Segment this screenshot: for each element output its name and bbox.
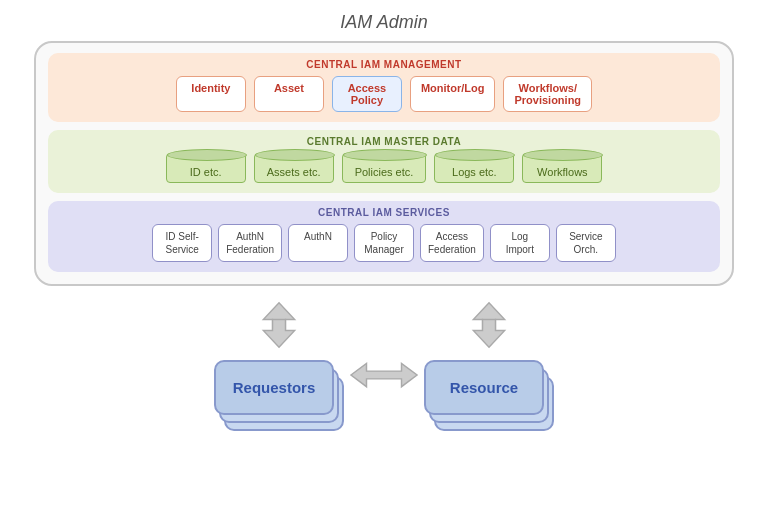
- service-authn: AuthN: [288, 224, 348, 262]
- service-access-fed: AccessFederation: [420, 224, 484, 262]
- mgmt-box-identity: Identity: [176, 76, 246, 112]
- service-policy-mgr: PolicyManager: [354, 224, 414, 262]
- mgmt-section: CENTRAL IAM MANAGEMENT Identity Asset Ac…: [48, 53, 720, 122]
- master-boxes: ID etc. Assets etc. Policies etc. Logs e…: [58, 153, 710, 183]
- master-box-policies: Policies etc.: [342, 153, 427, 183]
- services-section: CENTRAL IAM SERVICES ID Self-Service Aut…: [48, 201, 720, 272]
- middle-arrow: [344, 359, 424, 391]
- master-box-id: ID etc.: [166, 153, 246, 183]
- requestors-group: Requestors: [214, 300, 344, 431]
- master-box-workflows: Workflows: [522, 153, 602, 183]
- mgmt-boxes: Identity Asset AccessPolicy Monitor/Log …: [58, 76, 710, 112]
- mgmt-box-asset: Asset: [254, 76, 324, 112]
- svg-marker-1: [263, 319, 294, 347]
- master-label: CENTRAL IAM MASTER DATA: [58, 136, 710, 147]
- requestors-arrow: [259, 300, 299, 350]
- mgmt-box-access-policy: AccessPolicy: [332, 76, 402, 112]
- iam-container: CENTRAL IAM MANAGEMENT Identity Asset Ac…: [34, 41, 734, 286]
- svg-marker-2: [351, 363, 417, 386]
- resource-arrow: [469, 300, 509, 350]
- master-section: CENTRAL IAM MASTER DATA ID etc. Assets e…: [48, 130, 720, 193]
- service-authn-fed: AuthNFederation: [218, 224, 282, 262]
- requestors-label: Requestors: [233, 379, 316, 396]
- master-box-logs: Logs etc.: [434, 153, 514, 183]
- service-log-import: LogImport: [490, 224, 550, 262]
- mgmt-box-monitor: Monitor/Log: [410, 76, 496, 112]
- svg-marker-4: [473, 319, 504, 347]
- mgmt-label: CENTRAL IAM MANAGEMENT: [58, 59, 710, 70]
- services-boxes: ID Self-Service AuthNFederation AuthN Po…: [58, 224, 710, 262]
- resource-box: Resource: [424, 360, 544, 415]
- service-id-self: ID Self-Service: [152, 224, 212, 262]
- requestors-stack: Requestors: [214, 356, 344, 431]
- services-label: CENTRAL IAM SERVICES: [58, 207, 710, 218]
- mgmt-box-workflows: Workflows/Provisioning: [503, 76, 592, 112]
- requestors-box: Requestors: [214, 360, 334, 415]
- master-box-assets: Assets etc.: [254, 153, 334, 183]
- service-orch: ServiceOrch.: [556, 224, 616, 262]
- bottom-section: Requestors Resource: [34, 300, 734, 431]
- page-title: IAM Admin: [340, 12, 427, 33]
- resource-label: Resource: [450, 379, 518, 396]
- resource-group: Resource: [424, 300, 554, 431]
- resource-stack: Resource: [424, 356, 554, 431]
